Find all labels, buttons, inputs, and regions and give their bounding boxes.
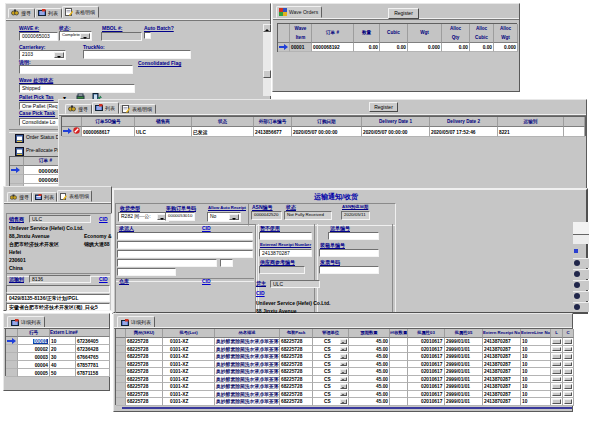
row-indicator[interactable] [116, 376, 126, 384]
wave-detail-scrollbar[interactable] [263, 24, 271, 96]
receipt-detail-cell[interactable] [563, 376, 574, 384]
receipt-detail-cell[interactable]: 68225728 [126, 338, 163, 346]
cell-dropdown-icon[interactable] [340, 377, 347, 382]
mini-button[interactable] [564, 392, 572, 397]
detail-line-cell[interactable]: 40 [50, 361, 76, 369]
receipt-detail-cell[interactable]: 2999/01/01 [445, 368, 483, 376]
mini-button[interactable] [552, 384, 561, 389]
side-strip-dot-icon[interactable] [573, 258, 589, 268]
receipt-detail-cell[interactable]: 45.00 [349, 353, 390, 361]
receipt-detail-cell[interactable]: 0101-XZ [163, 398, 215, 406]
receipt-detail-cell[interactable]: CS [313, 398, 349, 406]
addr-tab-search[interactable]: 搜寻 [7, 192, 32, 202]
receipt-detail-cell[interactable]: 0101-XZ [163, 391, 215, 399]
receipt-detail-cell[interactable]: 0101-XZ [163, 368, 215, 376]
bottom-scroll-bar[interactable] [122, 407, 572, 409]
row-indicator[interactable] [6, 345, 18, 353]
receipt-detail-cell[interactable]: 02010617 [408, 361, 445, 369]
receipt-detail-cell[interactable]: 2413870287 [483, 383, 521, 391]
receipt-detail-cell[interactable]: 奥妙酵素除菌洗衣液净萃茶薄荷香型改置 [215, 353, 280, 361]
detail-line-cell[interactable]: 00003 [18, 353, 50, 361]
so-cell[interactable]: 2020/05/07 00:00:00 [292, 127, 362, 137]
col-header-delivery-date-2[interactable]: Delivery Date 2 [430, 117, 498, 127]
receipt-detail-cell[interactable]: 0101-XZ [163, 376, 215, 384]
hold-field[interactable] [259, 232, 312, 240]
row-indicator[interactable] [278, 43, 290, 52]
receipt-detail-cell[interactable]: CS [313, 353, 349, 361]
receipt-detail-cell[interactable]: 68225728 [126, 346, 163, 354]
carrierkey-combo-arrow-icon[interactable] [54, 52, 64, 58]
waybill-field[interactable] [328, 232, 379, 240]
row-indicator[interactable] [116, 346, 126, 354]
so-tab-search[interactable]: 搜寻 [65, 104, 92, 114]
col-header-alloc-wgt[interactable]: AllocWgt [494, 24, 518, 43]
cell-dropdown-icon[interactable] [340, 399, 347, 404]
receipt-detail-cell[interactable] [390, 361, 408, 369]
detail-line-cell[interactable]: 20 [50, 345, 76, 353]
receipt-detail-cell[interactable]: 奥妙酵素除菌洗衣液净萃茶薄荷香型改置 [215, 368, 280, 376]
side-strip-dot-icon[interactable] [573, 280, 589, 290]
receipt-detail-cell[interactable]: 68225728 [126, 361, 163, 369]
col-header-c-flag[interactable]: C [563, 329, 574, 338]
mini-button[interactable] [564, 362, 572, 367]
receipt-detail-cell[interactable]: 2999/01/01 [445, 391, 483, 399]
receipt-detail-cell[interactable]: 2999/01/01 [445, 398, 483, 406]
cell-dropdown-icon[interactable] [340, 347, 347, 352]
receipt-detail-cell[interactable]: 68225728 [126, 353, 163, 361]
so-tab-list[interactable]: 列表 [92, 102, 119, 114]
so-cell[interactable]: 已发运 [192, 127, 254, 137]
row-indicator[interactable] [6, 369, 18, 377]
receipt-detail-cell[interactable]: 10 [521, 353, 551, 361]
receipt-detail-cell[interactable] [563, 338, 574, 346]
invoice-field[interactable] [319, 266, 379, 274]
receipt-detail-cell[interactable]: 68225728 [126, 391, 163, 399]
row-indicator[interactable] [10, 166, 24, 175]
receipt-detail-cell[interactable]: 68225728 [280, 361, 313, 369]
receipt-detail-cell[interactable] [551, 383, 563, 391]
carrier-city-field[interactable] [117, 259, 217, 267]
receipt-detail-cell[interactable]: 45.00 [349, 346, 390, 354]
receipt-detail-cell[interactable] [563, 368, 574, 376]
so-cell[interactable]: 2020/05/07 17:52:46 [430, 127, 498, 137]
col-header-lot-attr-05[interactable]: 批属性05 [445, 329, 483, 338]
receipt-detail-cell[interactable]: 2413870287 [483, 353, 521, 361]
carrier-addr2-field[interactable] [117, 250, 253, 258]
col-header-wgt[interactable]: Wgt [408, 24, 442, 43]
mini-button[interactable] [552, 362, 561, 367]
receipt-detail-cell[interactable] [551, 353, 563, 361]
receipt-detail-cell[interactable]: 奥妙酵素除菌洗衣液净萃茶薄荷香型改置 [215, 383, 280, 391]
detail-line-cell[interactable]: 67857781 [76, 361, 110, 369]
cell-dropdown-icon[interactable] [340, 339, 347, 344]
col-header-vendor[interactable]: 销售商 [135, 117, 192, 127]
col-header-lot-attr-03[interactable]: 批属性03 [408, 329, 445, 338]
col-header-sku[interactable]: 商品(SKU) [126, 329, 163, 338]
col-header-expected-qty[interactable]: 预期数量 [349, 329, 390, 338]
receipt-detail-cell[interactable]: 奥妙酵素除菌洗衣液净萃茶薄荷香型改置 [215, 398, 280, 406]
detail-line-cell[interactable]: 00001 [18, 337, 50, 345]
addr-tab-list[interactable]: 列表 [32, 192, 57, 202]
register-button-top[interactable]: Register [388, 8, 419, 19]
receipt-detail-cell[interactable] [563, 346, 574, 354]
receipt-detail-cell[interactable]: CS [313, 346, 349, 354]
col-header-received-qty[interactable]: 已收数量 [390, 329, 408, 338]
receipt-detail-cell[interactable]: CS [313, 338, 349, 346]
so-cell[interactable]: 2020/05/07 00:00:00 [362, 127, 430, 137]
receipt-detail-cell[interactable]: 奥妙酵素除菌洗衣液净萃茶薄荷香型改置 [215, 338, 280, 346]
receipt-detail-cell[interactable]: 10 [521, 383, 551, 391]
detail-line-cell[interactable]: 00002 [18, 345, 50, 353]
receipt-detail-cell[interactable]: 10 [521, 391, 551, 399]
receipt-detail-cell[interactable]: 奥妙酵素除菌洗衣液净萃茶薄荷香型改置 [215, 346, 280, 354]
col-header-delivery-date-1[interactable]: Delivery Date 1 [362, 117, 430, 127]
receipt-detail-cell[interactable]: 45.00 [349, 368, 390, 376]
receipt-detail-cell[interactable]: 45.00 [349, 391, 390, 399]
scrollbar-up-icon[interactable] [263, 24, 271, 32]
col-header-uom[interactable]: 管理单位 [313, 329, 349, 338]
col-header-line-no[interactable]: 行号 [18, 329, 50, 337]
wave-order-cell[interactable]: 0.000 [408, 43, 442, 52]
receipt-detail-cell[interactable]: 02010617 [408, 346, 445, 354]
mini-button[interactable] [552, 354, 561, 359]
col-header-qty[interactable]: 数量 [354, 24, 380, 43]
receipt-detail-cell[interactable] [390, 391, 408, 399]
detail-line-cell[interactable]: 30 [50, 353, 76, 361]
carrier-name-field[interactable] [117, 232, 253, 240]
